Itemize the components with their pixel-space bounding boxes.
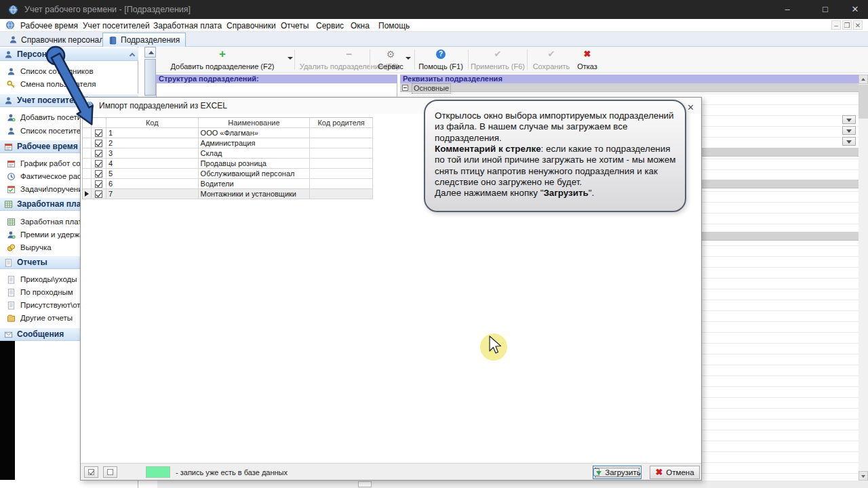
menu-visitors[interactable]: Учет посетителей (80, 20, 153, 31)
menu-reports[interactable]: Отчеты (278, 20, 311, 31)
right-scrollbar[interactable] (859, 75, 868, 481)
title-bar: Учет рабочего времени - [Подразделения] … (0, 0, 868, 19)
person-icon (9, 35, 18, 44)
minimize-button[interactable]: – (780, 3, 795, 16)
coins-icon (7, 243, 16, 252)
checked-checkbox-icon (95, 129, 102, 137)
menu-salary[interactable]: Заработная плата (151, 20, 224, 31)
menu-directories[interactable]: Справочники (224, 20, 279, 31)
folder-icon (7, 314, 16, 323)
person-icon (7, 67, 16, 76)
menu-globe-icon (5, 20, 15, 30)
background-strip (0, 341, 15, 480)
row-checkbox[interactable] (92, 148, 106, 158)
checked-checkbox-icon (95, 150, 102, 157)
key-icon (7, 80, 16, 89)
collapse-minus-icon[interactable] (402, 85, 408, 91)
table-row[interactable]: 1ООО «Флагман» (83, 128, 373, 138)
apply-button: Применить (F6) (472, 48, 524, 72)
check-all-button[interactable] (84, 466, 98, 478)
table-row[interactable]: 3Склад (83, 148, 373, 159)
dialog-title: Импорт подразделений из EXCEL (99, 101, 227, 110)
sidebar-section-personnel[interactable]: Персонал (0, 47, 138, 61)
table-row[interactable]: 4Продавцы розница (83, 159, 373, 169)
scroll-down-icon[interactable] (859, 471, 868, 481)
scrollbar-thumb[interactable] (859, 85, 868, 119)
help-icon (436, 49, 446, 59)
uncheck-all-button[interactable] (103, 466, 117, 478)
table-row-current[interactable]: 7Монтажники и установщики (83, 189, 373, 199)
service-button[interactable]: ⚙ Сервис (373, 48, 408, 72)
collapse-chevron-icon[interactable] (130, 52, 135, 58)
mdi-close-icon[interactable]: ✕ (853, 20, 863, 30)
combo-dropdown-icon[interactable] (842, 137, 856, 146)
dialog-globe-icon (85, 101, 94, 110)
person-icon (7, 127, 16, 136)
current-row-marker-icon (85, 191, 89, 197)
tab-departments[interactable]: Подразделения (102, 33, 186, 47)
add-department-button[interactable]: + Добавить подразделение (F2) (160, 48, 285, 72)
service-dropdown-caret-icon[interactable] (406, 57, 411, 60)
row-checkbox[interactable] (92, 189, 106, 199)
checked-checkbox-icon (95, 170, 102, 178)
callout-text: Открылось окно выбора импортируемых подр… (435, 110, 677, 199)
table-icon (7, 218, 16, 226)
combo-dropdown-icon[interactable] (842, 115, 856, 124)
sidebar-item-employee-list[interactable]: Список сотрудников (0, 65, 138, 77)
window-title: Учет рабочего времени - [Подразделения] (24, 5, 191, 14)
table-row[interactable]: 5Обслуживающий персонал (83, 169, 373, 179)
minus-icon: − (347, 49, 353, 59)
gear-icon: ⚙ (387, 49, 395, 59)
unchecked-checkbox-icon (107, 469, 113, 475)
red-x-icon (655, 468, 663, 477)
table-row[interactable]: 2Администрация (83, 138, 373, 148)
requisites-panel-header: Реквизиты подразделения (400, 75, 859, 83)
maximize-button[interactable]: □ (818, 3, 833, 16)
row-checkbox[interactable] (92, 159, 106, 168)
menu-worktime[interactable]: Рабочее время (18, 20, 81, 31)
menu-help[interactable]: Помощь (376, 20, 412, 31)
row-checkbox[interactable] (92, 128, 106, 138)
mdi-restore-icon[interactable]: ❐ (842, 20, 852, 30)
row-checkbox[interactable] (92, 138, 106, 148)
envelope-icon (4, 330, 13, 339)
bottom-scrollbar[interactable] (157, 481, 868, 488)
sidebar-scrollbar[interactable] (144, 47, 156, 97)
sidebar-item-change-user[interactable]: Смена пользователя (0, 78, 138, 90)
checked-checkbox-icon (88, 469, 94, 475)
checked-checkbox-icon (95, 190, 102, 198)
scrollbar-thumb[interactable] (358, 481, 372, 487)
help-button[interactable]: Помощь (F1) (418, 48, 464, 72)
cancel-button[interactable]: Отмена (650, 466, 700, 479)
scrollbar-thumb[interactable] (144, 59, 156, 96)
checked-checkbox-icon (95, 180, 102, 188)
close-button[interactable]: ✕ (848, 3, 863, 16)
table-row[interactable]: 6Водители (83, 179, 373, 189)
callout-close-icon[interactable]: ✕ (687, 102, 694, 113)
document-icon (4, 258, 13, 267)
legend-color-swatch (146, 466, 170, 478)
person-add-icon (7, 113, 16, 122)
tutorial-callout: ✕ Открылось окно выбора импортируемых по… (424, 100, 686, 212)
mdi-minimize-icon[interactable]: – (831, 20, 841, 30)
tab-personnel-directory[interactable]: Справочник персонала (3, 33, 114, 47)
combo-dropdown-icon[interactable] (842, 126, 856, 135)
add-dropdown-caret-icon[interactable] (288, 57, 293, 60)
menu-service[interactable]: Сервис (313, 20, 347, 31)
load-button[interactable]: Загрузить (593, 466, 642, 479)
app-globe-icon (8, 5, 18, 15)
row-checkbox[interactable] (92, 169, 106, 178)
checked-checkbox-icon (95, 140, 102, 147)
scroll-up-icon[interactable] (144, 47, 156, 58)
plus-icon: + (219, 49, 226, 59)
document-icon (7, 301, 16, 310)
menu-bar: Рабочее время Учет посетителей Заработна… (0, 19, 868, 32)
scroll-up-icon[interactable] (859, 75, 868, 84)
check-icon (494, 49, 502, 59)
property-group-main[interactable]: Основные (400, 83, 859, 92)
departments-table: Код Наименование Код родителя 1ООО «Флаг… (82, 117, 373, 199)
row-checkbox[interactable] (92, 179, 106, 188)
menu-windows[interactable]: Окна (348, 20, 372, 31)
reject-button[interactable]: Отказ (574, 48, 601, 72)
structure-panel-header: Структура подразделений: (156, 75, 397, 83)
